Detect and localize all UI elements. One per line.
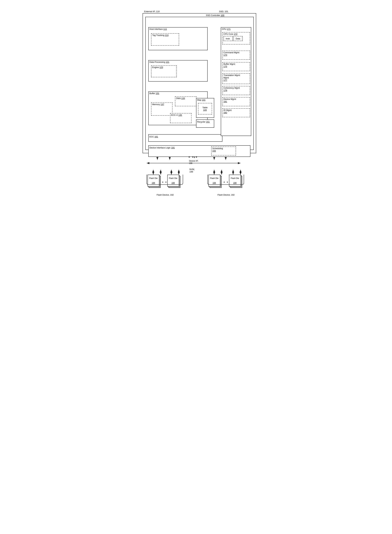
host-interface-label: Host Interface 111 — [149, 28, 207, 31]
device-if-label: Device I/F, 190 — [189, 160, 198, 165]
eccx-label: ECC-X 135 — [170, 113, 191, 117]
flash-die-stack-1: Flash Die 194 — [148, 175, 162, 189]
flash-device-right-label: Flash Device, 192 — [208, 194, 244, 196]
recycler-label: Recycler 151 — [196, 120, 214, 123]
flash-die-stack-2: Flash Die 194 — [167, 175, 181, 189]
id-mgmt-box: ID Mgmt182 — [222, 108, 250, 117]
device-if-dots: • • • — [189, 155, 198, 159]
scheduling-label: Scheduling193 — [212, 147, 236, 152]
cpu-core-box: CPU Core 172 Instr. Data — [222, 32, 250, 44]
buffer-label: Buffer 131 — [149, 92, 207, 95]
cpu-core-label: CPU Core 172 — [223, 33, 250, 36]
ssd-controller-label: SSD Controller 100 — [206, 14, 224, 16]
buffer-mgmt-label: Buffer Mgmt175 — [223, 62, 250, 68]
memory-box: Memory 137 — [151, 103, 173, 116]
tag-tracking-label: Tag Tracking 113 — [151, 34, 179, 37]
device-mgmt-label: Device Mgmt181 — [223, 98, 250, 103]
data-cache-box: Data — [233, 36, 243, 41]
command-mgmt-box: Command Mgmt173 — [222, 51, 250, 60]
translation-mgmt-box: Translation Mgmt Mgmt 177 — [222, 73, 250, 84]
data-processing-box: Data Processing 121 Engine 123 — [148, 60, 208, 81]
map-label: Map 141 — [196, 98, 214, 101]
external-if-label: External I/F, 110 — [144, 10, 160, 13]
host-interface-box: Host Interface 111 Tag Tracking 113 — [148, 27, 208, 50]
flash-die-stack-3: Flash Die 194 — [208, 175, 222, 189]
device-interface-logic-box: Device Interface Logic 191 Scheduling193 — [148, 145, 250, 157]
flash-device-left-label: Flash Device, 192 — [148, 194, 183, 196]
data-processing-label: Data Processing 121 — [149, 61, 207, 64]
buffer-mgmt-box: Buffer Mgmt175 — [222, 62, 250, 71]
flash-die-stack-4: Flash Die 194 — [229, 175, 243, 189]
ecc-label: ECC 161 — [149, 135, 222, 138]
map-box: Map 141 Table143 — [196, 98, 214, 118]
engine-box: Engine 123 — [151, 65, 177, 77]
nvm-label: NVM, 199 — [190, 168, 195, 173]
table-label: Table143 — [201, 106, 208, 112]
command-mgmt-label: Command Mgmt173 — [223, 51, 250, 57]
coherency-mgmt-box: Coherency Mgmt179 — [222, 86, 250, 95]
scheduling-box: Scheduling193 — [211, 146, 236, 156]
ecc-box: ECC 161 — [148, 134, 222, 142]
cpu-label: CPU 171 — [221, 28, 251, 31]
translation-mgmt-label: Translation Mgmt Mgmt 177 — [223, 74, 250, 82]
tag-tracking-box: Tag Tracking 113 — [151, 33, 179, 46]
recycler-box: Recycler 151 — [196, 119, 214, 128]
dma-label: DMA 133 — [175, 97, 196, 100]
instr-box: Instr. — [224, 36, 233, 41]
cpu-box: CPU 171 CPU Core 172 Instr. Data Command… — [221, 27, 251, 136]
table-box: Table143 — [198, 103, 212, 114]
diagram-container: External I/F, 110 SSD, 101 SSD Controlle… — [132, 3, 260, 178]
coherency-mgmt-label: Coherency Mgmt179 — [223, 86, 250, 92]
dma-box: DMA 133 — [175, 96, 196, 106]
engine-label: Engine 123 — [151, 66, 176, 69]
ssd-label: SSD, 101 — [219, 10, 228, 13]
id-mgmt-label: ID Mgmt182 — [223, 109, 250, 114]
device-mgmt-box: Device Mgmt181 — [222, 97, 250, 106]
eccx-box: ECC-X 135 — [170, 113, 191, 123]
memory-label: Memory 137 — [151, 103, 172, 106]
